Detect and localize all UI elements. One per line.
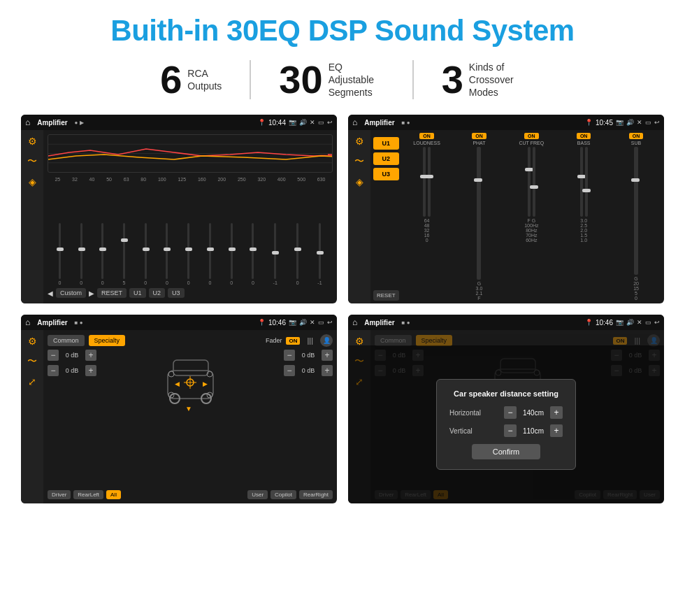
eq-u3-btn[interactable]: U3 — [168, 288, 185, 298]
back-icon[interactable]: ↩ — [327, 119, 333, 126]
slider-4: 5 — [123, 185, 126, 285]
vol3-minus[interactable]: − — [284, 350, 295, 361]
u1-btn[interactable]: U1 — [373, 137, 399, 150]
close-icon-2: ✕ — [637, 119, 642, 126]
screen1-content: ⚙ 〜 ◈ — [21, 130, 337, 303]
dialog-overlay: Car speaker distance setting Horizontal … — [348, 345, 664, 503]
phat-on[interactable]: ON — [472, 133, 486, 139]
battery-icon: ▭ — [318, 119, 324, 126]
cutfreq-on[interactable]: ON — [524, 133, 539, 139]
volume-icon-2: 🔊 — [626, 119, 634, 126]
eq-reset-btn[interactable]: RESET — [97, 288, 127, 298]
screen3-side-icons: ⚙ 〜 ⤢ — [21, 330, 43, 503]
freq-630: 630 — [317, 177, 326, 182]
page-container: Buith-in 30EQ DSP Sound System 6 RCAOutp… — [0, 0, 685, 616]
confirm-btn[interactable]: Confirm — [472, 444, 541, 459]
home-icon-2[interactable]: ⌂ — [352, 117, 357, 127]
close-icon-4: ✕ — [637, 319, 642, 326]
fader-sliders-indicator: ||| — [307, 336, 313, 345]
specialty-tab[interactable]: Specialty — [89, 335, 126, 346]
slider-8: 0 — [208, 185, 211, 285]
eq-icon-3[interactable]: ⚙ — [28, 336, 37, 347]
speaker-icon-2[interactable]: ◈ — [356, 176, 363, 187]
vol2-minus[interactable]: − — [48, 365, 59, 376]
home-icon-3[interactable]: ⌂ — [25, 317, 30, 327]
vol2-plus[interactable]: + — [85, 365, 96, 376]
screen2-status-bar: ⌂ Amplifier ■ ● 📍 10:45 📷 🔊 ✕ ▭ ↩ — [348, 115, 664, 130]
sub-label: SUB — [631, 141, 641, 145]
ch-phat: ON PHAT G3.02.1F — [454, 133, 505, 301]
vol3-value: 0 dB — [298, 352, 319, 359]
rearright-btn[interactable]: RearRight — [299, 490, 333, 499]
location-icon-4: 📍 — [585, 319, 593, 326]
rearleft-btn[interactable]: RearLeft — [73, 490, 103, 499]
wave-icon-2[interactable]: 〜 — [354, 155, 364, 168]
volume-icon-3: 🔊 — [299, 319, 307, 326]
eq-custom-btn[interactable]: Custom — [56, 288, 86, 298]
wave-icon[interactable]: 〜 — [27, 155, 37, 168]
stats-row: 6 RCAOutputs 30 EQ AdjustableSegments 3 … — [21, 60, 664, 99]
horizontal-label: Horizontal — [449, 409, 481, 417]
wave-icon-3[interactable]: 〜 — [27, 355, 37, 368]
freq-500: 500 — [297, 177, 305, 182]
svg-text:▼: ▼ — [185, 405, 192, 413]
car-svg: ▼ ◀ ▶ — [161, 350, 220, 413]
freq-50: 50 — [106, 177, 112, 182]
copilot-btn[interactable]: Copilot — [271, 490, 296, 499]
bass-on[interactable]: ON — [577, 133, 591, 139]
stat-crossover: 3 Kinds ofCrossover Modes — [414, 60, 553, 99]
loudness-on[interactable]: ON — [419, 133, 434, 139]
horizontal-minus-btn[interactable]: − — [504, 406, 517, 419]
battery-icon-3: ▭ — [318, 319, 324, 326]
screen1-status-right: 📍 10:44 📷 🔊 ✕ ▭ ↩ — [258, 119, 333, 127]
back-icon-2[interactable]: ↩ — [654, 119, 660, 126]
vol3-plus[interactable]: + — [322, 350, 333, 361]
eq-icon[interactable]: ⚙ — [28, 136, 37, 147]
slider-1: 0 — [58, 185, 61, 285]
screen3-app-title: Amplifier — [37, 319, 67, 327]
eq-channels-area: ON LOUDNESS 644832160 O — [402, 133, 661, 301]
vertical-plus-btn[interactable]: + — [550, 424, 563, 437]
slider-3: 0 — [101, 185, 104, 285]
all-btn[interactable]: All — [106, 490, 121, 499]
screen3-status-right: 📍 10:46 📷 🔊 ✕ ▭ ↩ — [258, 319, 333, 327]
location-icon: 📍 — [258, 119, 266, 126]
back-icon-4[interactable]: ↩ — [654, 319, 660, 326]
eq-play-btn[interactable]: ▶ — [89, 289, 94, 297]
u2-btn[interactable]: U2 — [373, 152, 399, 165]
reset-btn-amp2[interactable]: RESET — [373, 290, 399, 301]
eq-u2-btn[interactable]: U2 — [149, 288, 166, 298]
camera-icon-3: 📷 — [289, 319, 296, 326]
vol4-minus[interactable]: − — [284, 365, 295, 376]
freq-320: 320 — [257, 177, 266, 182]
home-icon-4[interactable]: ⌂ — [352, 317, 357, 327]
stat-rca-number: 6 — [160, 60, 182, 99]
driver-btn[interactable]: Driver — [48, 490, 71, 499]
back-icon-3[interactable]: ↩ — [327, 319, 333, 326]
eq-u1-btn[interactable]: U1 — [129, 288, 146, 298]
u-buttons-panel: U1 U2 U3 RESET — [373, 133, 399, 301]
vertical-minus-btn[interactable]: − — [504, 424, 517, 437]
vol1-minus[interactable]: − — [48, 350, 59, 361]
screen1-app-title: Amplifier — [37, 119, 67, 127]
common-tab[interactable]: Common — [48, 335, 85, 346]
user-btn[interactable]: User — [247, 490, 268, 499]
screen2-status-right: 📍 10:45 📷 🔊 ✕ ▭ ↩ — [585, 119, 660, 127]
eq-icon-2[interactable]: ⚙ — [355, 136, 364, 147]
slider-5: 0 — [144, 185, 147, 285]
freq-160: 160 — [198, 177, 206, 182]
sub-on[interactable]: ON — [629, 133, 644, 139]
expand-icon[interactable]: ⤢ — [28, 376, 36, 387]
screen2-time: 10:45 — [596, 119, 613, 127]
speaker-icon[interactable]: ◈ — [29, 176, 36, 187]
fader-right-panel: − 0 dB + − 0 dB + — [226, 350, 333, 487]
u3-btn[interactable]: U3 — [373, 168, 399, 180]
vol4-plus[interactable]: + — [322, 365, 333, 376]
horizontal-plus-btn[interactable]: + — [550, 406, 563, 419]
volume-icon-4: 🔊 — [626, 319, 634, 326]
home-icon[interactable]: ⌂ — [25, 117, 30, 127]
vol1-plus[interactable]: + — [85, 350, 96, 361]
eq-prev-btn[interactable]: ◀ — [48, 289, 53, 297]
fader-content: − 0 dB + − 0 dB + — [48, 350, 333, 487]
screen-fader: ⌂ Amplifier ■ ● 📍 10:46 📷 🔊 ✕ ▭ ↩ ⚙ 〜 ⤢ — [21, 315, 337, 503]
